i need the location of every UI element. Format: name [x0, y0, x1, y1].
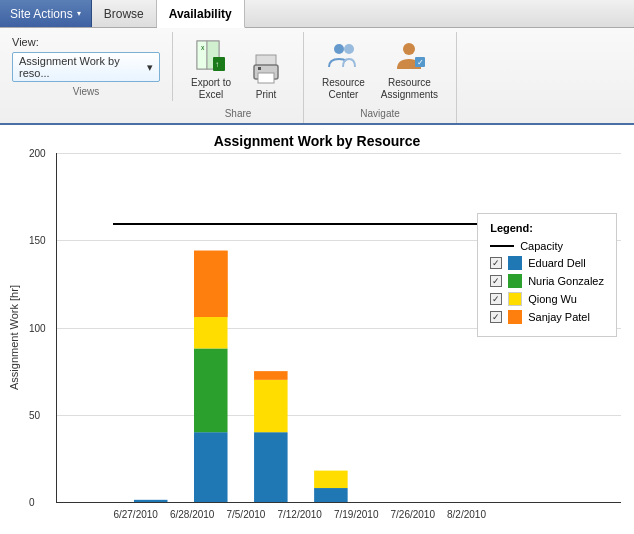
resource-center-icon: [325, 39, 361, 75]
chart-area: Assignment Work by Resource Assignment W…: [0, 125, 634, 527]
chart-inner: 200 150 100 50 0: [56, 153, 621, 503]
print-label: Print: [256, 89, 277, 101]
legend-color-3: [508, 292, 522, 306]
resource-assignments-label: ResourceAssignments: [381, 77, 438, 101]
resource-center-button[interactable]: ResourceCenter: [316, 36, 371, 104]
navigate-group: ResourceCenter ✓ ResourceAssignments Nav…: [304, 32, 457, 123]
y-tick-150: 150: [29, 235, 46, 246]
availability-tab[interactable]: Availability: [157, 0, 245, 28]
share-group: X ↑ Export toExcel: [173, 32, 304, 123]
x-axis-labels: 6/27/2010 6/28/2010 7/5/2010 7/12/2010 7…: [113, 509, 486, 520]
site-actions-label: Site Actions: [10, 7, 73, 21]
x-label-6: 8/2/2010: [447, 509, 486, 520]
navigate-group-label: Navigate: [360, 108, 399, 119]
svg-rect-24: [254, 371, 288, 380]
print-icon: [248, 51, 284, 87]
print-button[interactable]: Print: [241, 48, 291, 104]
y-tick-50: 50: [29, 409, 40, 420]
svg-rect-25: [315, 488, 349, 502]
legend-checkbox-2: ✓: [490, 275, 502, 287]
svg-rect-9: [258, 67, 261, 70]
svg-rect-26: [315, 471, 349, 488]
ribbon: View: Assignment Work by reso... ▾ Views…: [0, 28, 634, 125]
svg-rect-15: [134, 500, 168, 502]
svg-rect-19: [194, 348, 228, 432]
legend-label-2: Nuria Gonzalez: [528, 275, 604, 287]
legend-label-4: Sanjay Patel: [528, 311, 590, 323]
legend-label-1: Eduard Dell: [528, 257, 585, 269]
svg-text:↑: ↑: [215, 60, 219, 69]
svg-rect-21: [194, 251, 228, 317]
legend-label-3: Qiong Wu: [528, 293, 577, 305]
svg-point-11: [344, 44, 354, 54]
views-dropdown[interactable]: Assignment Work by reso... ▾: [12, 52, 160, 82]
bars-svg: [113, 153, 532, 502]
x-label-0: 6/27/2010: [113, 509, 158, 520]
site-actions-arrow: ▾: [77, 9, 81, 18]
legend-eduard: ✓ Eduard Dell: [490, 256, 604, 270]
legend-color-1: [508, 256, 522, 270]
legend-color-2: [508, 274, 522, 288]
svg-rect-22: [254, 432, 288, 502]
views-label: View:: [12, 36, 39, 48]
x-label-1: 6/28/2010: [170, 509, 215, 520]
export-excel-label: Export toExcel: [191, 77, 231, 101]
svg-rect-23: [254, 380, 288, 432]
y-tick-200: 200: [29, 148, 46, 159]
legend-nuria: ✓ Nuria Gonzalez: [490, 274, 604, 288]
views-group-label: Views: [12, 86, 160, 97]
export-excel-icon: X ↑: [193, 39, 229, 75]
svg-rect-18: [194, 432, 228, 502]
legend-capacity: Capacity: [490, 240, 604, 252]
x-label-2: 7/5/2010: [226, 509, 265, 520]
svg-point-12: [403, 43, 415, 55]
y-tick-100: 100: [29, 322, 46, 333]
nav-bar: Site Actions ▾ Browse Availability: [0, 0, 634, 28]
svg-rect-20: [194, 317, 228, 348]
resource-assignments-icon: ✓: [391, 39, 427, 75]
legend-color-4: [508, 310, 522, 324]
x-label-3: 7/12/2010: [277, 509, 322, 520]
views-dropdown-arrow: ▾: [147, 61, 153, 74]
legend-title: Legend:: [490, 222, 604, 234]
legend-sanjay: ✓ Sanjay Patel: [490, 310, 604, 324]
chart-legend: Legend: Capacity ✓ Eduard Dell ✓ Nuria G…: [477, 213, 617, 337]
legend-checkbox-4: ✓: [490, 311, 502, 323]
legend-capacity-line: [490, 245, 514, 247]
svg-text:✓: ✓: [417, 58, 424, 67]
svg-rect-8: [258, 73, 274, 83]
legend-capacity-label: Capacity: [520, 240, 563, 252]
legend-checkbox-3: ✓: [490, 293, 502, 305]
svg-point-10: [334, 44, 344, 54]
legend-qiong: ✓ Qiong Wu: [490, 292, 604, 306]
export-excel-button[interactable]: X ↑ Export toExcel: [185, 36, 237, 104]
chart-container: Assignment Work [hr] 200 150 100 50 0: [8, 153, 626, 523]
x-label-4: 7/19/2010: [334, 509, 379, 520]
legend-checkbox-1: ✓: [490, 257, 502, 269]
chart-title: Assignment Work by Resource: [8, 133, 626, 149]
share-group-label: Share: [225, 108, 252, 119]
x-label-5: 7/26/2010: [390, 509, 435, 520]
resource-assignments-button[interactable]: ✓ ResourceAssignments: [375, 36, 444, 104]
resource-center-label: ResourceCenter: [322, 77, 365, 101]
site-actions-menu[interactable]: Site Actions ▾: [0, 0, 92, 27]
y-axis-label: Assignment Work [hr]: [8, 153, 26, 523]
y-tick-0: 0: [29, 497, 35, 508]
browse-tab[interactable]: Browse: [92, 0, 157, 27]
views-group: View: Assignment Work by reso... ▾ Views: [8, 32, 173, 101]
